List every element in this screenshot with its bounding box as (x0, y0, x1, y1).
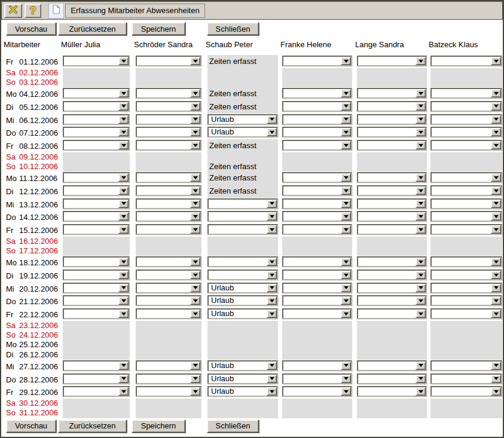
absence-select[interactable] (136, 360, 201, 371)
absence-select[interactable] (63, 88, 130, 99)
absence-select[interactable] (136, 101, 201, 112)
absence-select[interactable] (282, 360, 352, 371)
chevron-down-icon[interactable] (491, 271, 501, 279)
absence-select[interactable] (282, 373, 352, 384)
absence-select[interactable] (430, 386, 502, 397)
absence-select[interactable] (282, 185, 352, 196)
chevron-down-icon[interactable] (416, 271, 426, 279)
absence-select[interactable] (282, 114, 352, 125)
chevron-down-icon[interactable] (118, 375, 129, 383)
absence-select[interactable] (357, 373, 427, 384)
action-button-schlie-en[interactable]: Schließen (207, 22, 259, 35)
absence-select[interactable] (63, 172, 130, 183)
chevron-down-icon[interactable] (267, 296, 277, 305)
absence-select[interactable] (357, 224, 427, 235)
absence-select[interactable] (430, 373, 502, 384)
absence-select[interactable] (136, 88, 201, 99)
chevron-down-icon[interactable] (190, 375, 200, 383)
absence-select[interactable] (282, 56, 352, 66)
absence-select[interactable] (207, 256, 278, 267)
chevron-down-icon[interactable] (190, 225, 200, 234)
absence-select[interactable] (63, 198, 130, 209)
absence-select[interactable] (430, 211, 502, 222)
chevron-down-icon[interactable] (118, 173, 129, 182)
absence-select[interactable] (63, 211, 130, 222)
chevron-down-icon[interactable] (267, 225, 277, 234)
chevron-down-icon[interactable] (416, 57, 426, 65)
absence-select[interactable]: Urlaub (207, 373, 278, 384)
chevron-down-icon[interactable] (118, 128, 129, 136)
absence-select[interactable] (357, 114, 427, 125)
chevron-down-icon[interactable] (267, 362, 277, 370)
absence-select[interactable] (63, 101, 130, 112)
chevron-down-icon[interactable] (416, 284, 426, 292)
chevron-down-icon[interactable] (341, 258, 351, 266)
chevron-down-icon[interactable] (416, 200, 426, 208)
absence-select[interactable]: Urlaub (207, 308, 278, 319)
chevron-down-icon[interactable] (341, 271, 351, 279)
chevron-down-icon[interactable] (267, 200, 277, 208)
absence-select[interactable] (357, 211, 427, 222)
chevron-down-icon[interactable] (190, 141, 200, 149)
absence-select[interactable] (430, 256, 502, 267)
absence-select[interactable] (63, 56, 130, 66)
chevron-down-icon[interactable] (491, 200, 501, 208)
absence-select[interactable] (63, 373, 130, 384)
chevron-down-icon[interactable] (118, 115, 129, 124)
chevron-down-icon[interactable] (341, 200, 351, 208)
absence-select[interactable] (136, 127, 201, 137)
chevron-down-icon[interactable] (341, 225, 351, 234)
chevron-down-icon[interactable] (416, 296, 426, 305)
chevron-down-icon[interactable] (491, 89, 501, 97)
chevron-down-icon[interactable] (118, 271, 129, 279)
absence-select[interactable] (282, 283, 352, 293)
help-button[interactable]: ? (25, 4, 41, 18)
chevron-down-icon[interactable] (118, 186, 129, 195)
absence-select[interactable] (430, 283, 502, 293)
chevron-down-icon[interactable] (491, 375, 501, 383)
absence-select[interactable] (136, 211, 201, 222)
chevron-down-icon[interactable] (416, 387, 426, 396)
absence-select[interactable] (357, 295, 427, 306)
absence-select[interactable] (357, 185, 427, 196)
chevron-down-icon[interactable] (190, 284, 200, 292)
chevron-down-icon[interactable] (118, 200, 129, 208)
absence-select[interactable] (136, 269, 201, 280)
chevron-down-icon[interactable] (341, 296, 351, 305)
chevron-down-icon[interactable] (190, 173, 200, 182)
absence-select[interactable] (63, 386, 130, 397)
absence-select[interactable]: Urlaub (207, 386, 278, 397)
chevron-down-icon[interactable] (341, 128, 351, 136)
chevron-down-icon[interactable] (190, 362, 200, 370)
action-button-zur-cksetzen[interactable]: Zurücksetzen (58, 419, 127, 433)
absence-select[interactable]: Urlaub (207, 295, 278, 306)
chevron-down-icon[interactable] (118, 258, 129, 266)
chevron-down-icon[interactable] (267, 310, 277, 318)
absence-select[interactable] (63, 295, 130, 306)
chevron-down-icon[interactable] (341, 387, 351, 396)
chevron-down-icon[interactable] (416, 102, 426, 111)
absence-select[interactable] (63, 185, 130, 196)
chevron-down-icon[interactable] (118, 225, 129, 234)
absence-select[interactable] (136, 256, 201, 267)
absence-select[interactable] (207, 198, 278, 209)
chevron-down-icon[interactable] (416, 141, 426, 149)
chevron-down-icon[interactable] (341, 89, 351, 97)
chevron-down-icon[interactable] (118, 310, 129, 318)
absence-select[interactable] (357, 88, 427, 99)
chevron-down-icon[interactable] (190, 115, 200, 124)
chevron-down-icon[interactable] (491, 296, 501, 305)
absence-select[interactable] (357, 269, 427, 280)
absence-select[interactable] (430, 224, 502, 235)
chevron-down-icon[interactable] (190, 186, 200, 195)
chevron-down-icon[interactable] (341, 362, 351, 370)
chevron-down-icon[interactable] (491, 310, 501, 318)
document-toolbar-item[interactable] (48, 3, 64, 19)
chevron-down-icon[interactable] (190, 310, 200, 318)
chevron-down-icon[interactable] (341, 186, 351, 195)
chevron-down-icon[interactable] (491, 225, 501, 234)
absence-select[interactable] (282, 127, 352, 137)
absence-select[interactable] (430, 360, 502, 371)
absence-select[interactable] (430, 269, 502, 280)
chevron-down-icon[interactable] (341, 375, 351, 383)
